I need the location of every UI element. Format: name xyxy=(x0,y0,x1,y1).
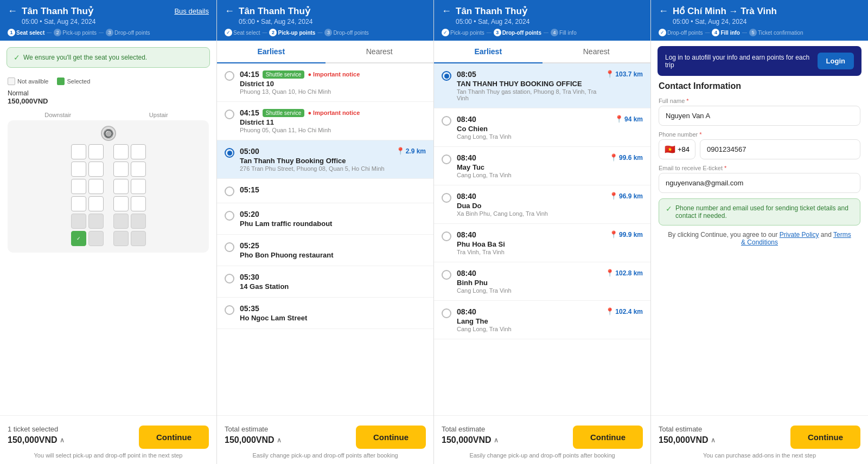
panel3-note: Easily change pick-up and drop-off point… xyxy=(442,452,643,459)
radio-8[interactable] xyxy=(225,305,234,315)
drop-item-6[interactable]: 08:40 Binh Phu Cang Long, Tra Vinh 📍102.… xyxy=(434,262,650,301)
drop-7-dist: 📍102.4 km xyxy=(605,307,643,315)
panel4-steps: ✓ Drop-off points — 4 Fill info — 5 Tick… xyxy=(659,29,860,36)
seat-b2[interactable] xyxy=(88,162,104,177)
seat-a4[interactable] xyxy=(131,144,146,159)
drop-item-1[interactable]: 08:05 TAN THANH THUY BOOKING OFFICE Tan … xyxy=(434,63,650,108)
p4-step-fillinfo: 4 Fill info xyxy=(712,29,740,36)
drop-item-4[interactable]: 08:40 Dua Do Xa Binh Phu, Cang Long, Tra… xyxy=(434,185,650,224)
seat-d4[interactable] xyxy=(131,196,146,211)
seat-c1[interactable] xyxy=(71,179,86,194)
back-arrow-2-icon[interactable]: ← xyxy=(225,5,234,17)
tab-earliest-3[interactable]: Earliest xyxy=(434,41,542,63)
legend-box-empty xyxy=(8,78,15,85)
p3-step-dropoff: 3 Drop-off points xyxy=(494,29,541,36)
p4-total-label: Total estimate xyxy=(659,425,784,433)
radio-6[interactable] xyxy=(225,242,234,252)
drop-radio-4[interactable] xyxy=(442,193,451,203)
panel4-continue-btn[interactable]: Continue xyxy=(790,426,860,449)
phone-input[interactable] xyxy=(700,139,860,159)
stop-item-8[interactable]: 05:35 Ho Ngoc Lam Street xyxy=(217,298,433,329)
seat-e3 xyxy=(113,214,129,229)
panel1-continue-btn[interactable]: Continue xyxy=(139,426,209,449)
login-btn[interactable]: Login xyxy=(818,53,854,69)
seat-c4[interactable] xyxy=(131,179,146,194)
radio-7[interactable] xyxy=(225,274,234,283)
radio-1[interactable] xyxy=(225,71,234,81)
seat-c3[interactable] xyxy=(113,179,129,194)
panel-pickup: ← Tân Thanh Thuỷ 05:00 • Sat, Aug 24, 20… xyxy=(217,0,434,464)
stop-item-5[interactable]: 05:20 Phu Lam traffic roundabout xyxy=(217,203,433,235)
seat-b1[interactable] xyxy=(71,162,86,177)
stop-8-content: 05:35 Ho Ngoc Lam Street xyxy=(240,304,426,322)
stop-item-2[interactable]: 04:15 Shuttle service ● Important notice… xyxy=(217,102,433,140)
p2-step-seat: ✓ Seat select xyxy=(225,29,260,36)
drop-radio-1[interactable] xyxy=(442,71,451,81)
email-input[interactable] xyxy=(659,173,860,193)
stop-2-content: 04:15 Shuttle service ● Important notice… xyxy=(240,108,426,133)
seat-d1[interactable] xyxy=(71,196,86,211)
drop-item-5[interactable]: 08:40 Phu Hoa Ba Si Tra Vinh, Tra Vinh 📍… xyxy=(434,224,650,262)
fullname-input[interactable] xyxy=(659,106,860,126)
drop-1-content: 08:05 TAN THANH THUY BOOKING OFFICE Tan … xyxy=(457,70,600,101)
seat-row-3 xyxy=(12,179,205,194)
stop-item-6[interactable]: 05:25 Pho Bon Phuong restaurant xyxy=(217,235,433,266)
stop-5-content: 05:20 Phu Lam traffic roundabout xyxy=(240,210,426,228)
seat-c2[interactable] xyxy=(88,179,104,194)
seat-a2[interactable] xyxy=(88,144,104,159)
seat-b3[interactable] xyxy=(113,162,129,177)
contact-title: Contact Information xyxy=(659,81,860,91)
drop-item-7[interactable]: 08:40 Lang The Cang Long, Tra Vinh 📍102.… xyxy=(434,301,650,339)
tab-earliest-2[interactable]: Earliest xyxy=(217,41,326,63)
drop-radio-7[interactable] xyxy=(442,308,451,318)
back-arrow-icon[interactable]: ← xyxy=(8,5,17,17)
back-arrow-4-icon[interactable]: ← xyxy=(659,5,668,17)
drop-radio-6[interactable] xyxy=(442,270,451,280)
legend-box-selected xyxy=(57,78,65,85)
back-arrow-3-icon[interactable]: ← xyxy=(442,5,451,17)
fullname-group: Full name * xyxy=(659,98,860,126)
seat-a3[interactable] xyxy=(113,144,129,159)
stop-item-4[interactable]: 05:15 xyxy=(217,179,433,203)
seat-b4[interactable] xyxy=(131,162,146,177)
private-policy-link[interactable]: Private Policy xyxy=(780,231,819,239)
important-notice-2[interactable]: ● Important notice xyxy=(308,109,360,116)
stop-4-content: 05:15 xyxy=(240,185,426,194)
panel2-note: Easily change pick-up and drop-off point… xyxy=(225,452,426,459)
radio-5[interactable] xyxy=(225,211,234,221)
panel4-footer: Total estimate 150,000VND ∧ Continue You… xyxy=(651,415,868,464)
drop-item-2[interactable]: 08:40 Co Chien Cang Long, Tra Vinh 📍94 k… xyxy=(434,108,650,147)
bus-details-link[interactable]: Bus details xyxy=(174,7,209,15)
drop-radio-2[interactable] xyxy=(442,116,451,126)
login-banner-text: Log in to autofill your info and earn po… xyxy=(665,54,812,69)
drop-2-content: 08:40 Co Chien Cang Long, Tra Vinh xyxy=(457,115,609,140)
seat-d3[interactable] xyxy=(113,196,129,211)
important-notice-1[interactable]: ● Important notice xyxy=(308,71,360,78)
panel1-price: 150,000VND ∧ xyxy=(8,435,132,445)
seat-a1[interactable] xyxy=(71,144,86,159)
stop-item-7[interactable]: 05:30 14 Gas Station xyxy=(217,266,433,298)
drop-radio-5[interactable] xyxy=(442,231,451,241)
panel3-continue-btn[interactable]: Continue xyxy=(573,426,643,449)
seat-d2[interactable] xyxy=(88,196,104,211)
radio-3[interactable] xyxy=(225,148,234,158)
stop-item-3[interactable]: 05:00 Tan Thanh Thuy Booking Office 276 … xyxy=(217,140,433,179)
panel2-continue-btn[interactable]: Continue xyxy=(356,426,426,449)
tab-nearest-3[interactable]: Nearest xyxy=(542,41,651,63)
panel-fill-info: ← Hồ Chí Minh → Trà Vinh 05:00 • Sat, Au… xyxy=(651,0,868,464)
loc-icon-d4: 📍 xyxy=(609,192,618,200)
tab-nearest-2[interactable]: Nearest xyxy=(326,41,434,63)
panel4-body: Log in to autofill your info and earn po… xyxy=(651,41,868,415)
drop-item-3[interactable]: 08:40 May Tuc Cang Long, Tra Vinh 📍99.6 … xyxy=(434,147,650,185)
radio-4[interactable] xyxy=(225,186,234,196)
stop-item-1[interactable]: 04:15 Shuttle service ● Important notice… xyxy=(217,63,433,102)
loc-icon-d2: 📍 xyxy=(615,115,623,123)
radio-2[interactable] xyxy=(225,109,234,119)
seat-f1-selected[interactable]: ✓ xyxy=(71,231,86,246)
seat-row-2 xyxy=(12,162,205,177)
panel4-header: ← Hồ Chí Minh → Trà Vinh 05:00 • Sat, Au… xyxy=(651,0,868,41)
panel2-price: 150,000VND ∧ xyxy=(225,435,349,445)
drop-7-content: 08:40 Lang The Cang Long, Tra Vinh xyxy=(457,307,600,332)
drop-radio-3[interactable] xyxy=(442,154,451,164)
panel4-title: Hồ Chí Minh → Trà Vinh xyxy=(673,5,860,17)
